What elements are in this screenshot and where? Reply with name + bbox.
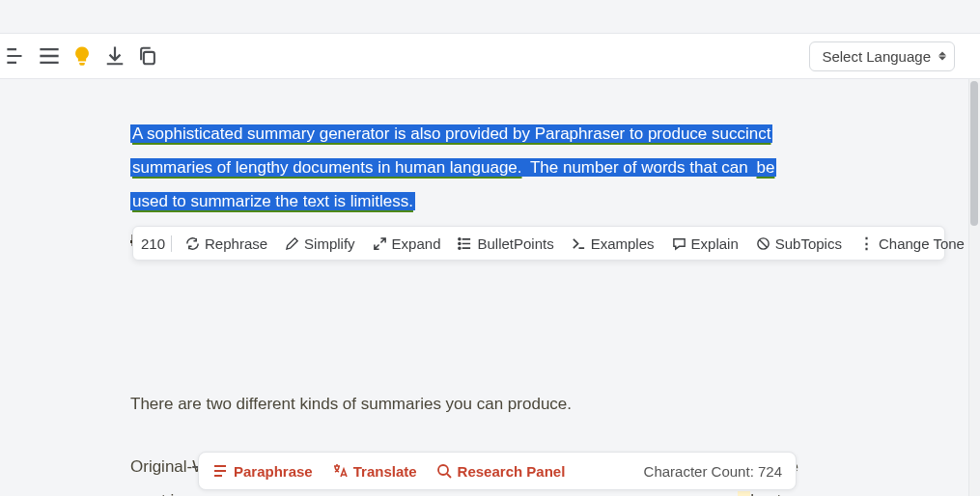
selection-toolbar: 210 Rephrase Simplify Expand BulletPoint…: [132, 226, 945, 261]
selected-text-line1: A sophisticated summary generator is als…: [130, 124, 772, 143]
svg-point-2: [459, 242, 461, 244]
svg-rect-0: [144, 52, 154, 64]
menu-nested-icon[interactable]: [6, 45, 27, 67]
examples-button[interactable]: Examples: [568, 234, 658, 254]
svg-point-1: [459, 237, 461, 239]
ban-icon: [756, 236, 770, 251]
pencil-icon: [285, 236, 299, 251]
selected-text-line2a: summaries of lengthy documents in human …: [130, 158, 524, 177]
language-select[interactable]: Select Language: [809, 41, 955, 71]
document-body: A sophisticated summary generator is als…: [0, 79, 980, 496]
menu-icon[interactable]: [39, 45, 60, 67]
word-count: 210: [141, 235, 172, 252]
download-icon[interactable]: [104, 45, 126, 67]
expand-icon: [373, 236, 387, 251]
changetone-button[interactable]: ⋮ Change Tone: [855, 233, 968, 254]
translate-button[interactable]: Translate: [332, 463, 417, 480]
paragraph-icon: [212, 463, 228, 479]
copy-icon[interactable]: [137, 45, 158, 67]
subtopics-button[interactable]: SubTopics: [752, 234, 846, 254]
expand-button[interactable]: Expand: [369, 234, 445, 254]
list-icon: [458, 236, 472, 251]
character-count: Character Count: 724: [644, 463, 782, 480]
paraphrase-button[interactable]: Paraphrase: [212, 463, 313, 480]
more-icon: ⋮: [859, 234, 874, 252]
selected-text-line2c: be: [755, 158, 777, 177]
translate-icon: [332, 463, 348, 479]
language-select-label: Select Language: [822, 48, 931, 65]
chat-icon: [672, 236, 686, 251]
search-icon: [436, 463, 452, 479]
selected-paragraph[interactable]: A sophisticated summary generator is als…: [130, 118, 850, 219]
research-panel-button[interactable]: Research Panel: [436, 463, 566, 480]
rephrase-button[interactable]: Rephrase: [182, 234, 271, 254]
svg-point-3: [459, 247, 461, 249]
refresh-icon: [185, 236, 200, 251]
paragraph-kinds: There are two different kinds of summari…: [130, 388, 850, 421]
lightbulb-icon[interactable]: [71, 45, 93, 67]
simplify-button[interactable]: Simplify: [281, 234, 359, 254]
top-toolbar: Select Language: [0, 33, 980, 79]
bulletpoints-button[interactable]: BulletPoints: [454, 234, 557, 254]
scrollbar-thumb[interactable]: [970, 81, 978, 226]
svg-point-5: [438, 465, 448, 475]
selected-text-line3: used to summarize the text is limitless.: [130, 192, 415, 210]
terminal-icon: [572, 236, 586, 251]
selected-text-line2b: The number of words that can: [524, 158, 755, 177]
select-arrows-icon: [938, 52, 946, 61]
explain-button[interactable]: Explain: [668, 234, 742, 254]
bottom-toolbar: Paraphrase Translate Research Panel Char…: [198, 452, 797, 490]
